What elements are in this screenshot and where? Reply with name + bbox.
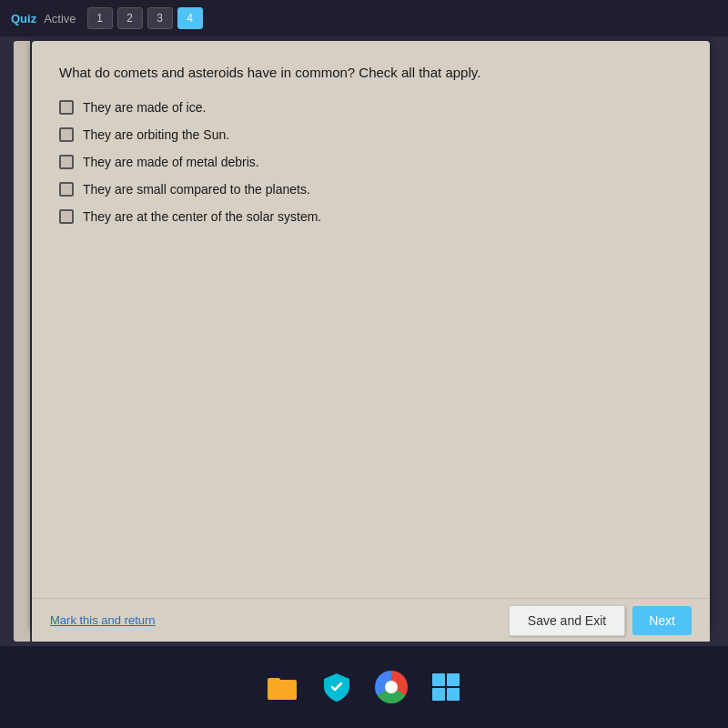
quiz-content: What do comets and asteroids have in com… bbox=[32, 41, 710, 628]
folder-icon[interactable] bbox=[264, 669, 300, 705]
checkbox-2[interactable] bbox=[59, 127, 74, 142]
next-button[interactable]: Next bbox=[632, 606, 692, 635]
chrome-icon[interactable] bbox=[373, 669, 410, 705]
tab-4[interactable]: 4 bbox=[177, 7, 203, 29]
option-item-4[interactable]: They are small compared to the planets. bbox=[59, 182, 682, 197]
option-label-1: They are made of ice. bbox=[83, 100, 206, 115]
taskbar bbox=[0, 646, 728, 728]
chrome-circle bbox=[375, 671, 408, 703]
question-text: What do comets and asteroids have in com… bbox=[59, 63, 682, 82]
option-item-1[interactable]: They are made of ice. bbox=[59, 100, 682, 115]
mark-return-link[interactable]: Mark this and return bbox=[50, 613, 156, 627]
svg-rect-1 bbox=[268, 678, 280, 683]
tab-1[interactable]: 1 bbox=[87, 7, 113, 29]
top-bar: Quiz Active 1 2 3 4 bbox=[0, 0, 728, 36]
action-buttons: Save and Exit Next bbox=[509, 605, 692, 636]
checkbox-4[interactable] bbox=[59, 182, 74, 197]
win-grid bbox=[432, 673, 460, 701]
options-list: They are made of ice. They are orbiting … bbox=[59, 100, 682, 224]
win-pane-tl bbox=[432, 673, 445, 686]
shield-icon[interactable] bbox=[318, 669, 355, 705]
save-exit-button[interactable]: Save and Exit bbox=[509, 605, 625, 636]
question-tabs: 1 2 3 4 bbox=[87, 7, 203, 29]
quiz-label: Quiz bbox=[11, 12, 36, 25]
option-item-2[interactable]: They are orbiting the Sun. bbox=[59, 127, 682, 142]
active-label: Active bbox=[44, 12, 76, 25]
shield-svg bbox=[320, 671, 353, 703]
checkbox-1[interactable] bbox=[59, 100, 74, 115]
tab-3[interactable]: 3 bbox=[147, 7, 173, 29]
bottom-bar: Mark this and return Save and Exit Next bbox=[32, 598, 710, 642]
option-label-3: They are made of metal debris. bbox=[83, 155, 259, 169]
win-pane-tr bbox=[447, 673, 460, 686]
checkbox-3[interactable] bbox=[59, 155, 74, 169]
windows-icon[interactable] bbox=[428, 669, 464, 705]
win-pane-br bbox=[447, 688, 460, 701]
tab-2[interactable]: 2 bbox=[117, 7, 143, 29]
chrome-inner bbox=[385, 681, 398, 693]
folder-svg bbox=[266, 671, 298, 703]
option-label-2: They are orbiting the Sun. bbox=[83, 127, 229, 142]
left-margin bbox=[14, 41, 30, 642]
option-item-5[interactable]: They are at the center of the solar syst… bbox=[59, 209, 682, 224]
option-item-3[interactable]: They are made of metal debris. bbox=[59, 155, 682, 169]
option-label-4: They are small compared to the planets. bbox=[83, 182, 310, 197]
checkbox-5[interactable] bbox=[59, 209, 74, 224]
option-label-5: They are at the center of the solar syst… bbox=[83, 209, 321, 224]
win-pane-bl bbox=[432, 688, 445, 701]
